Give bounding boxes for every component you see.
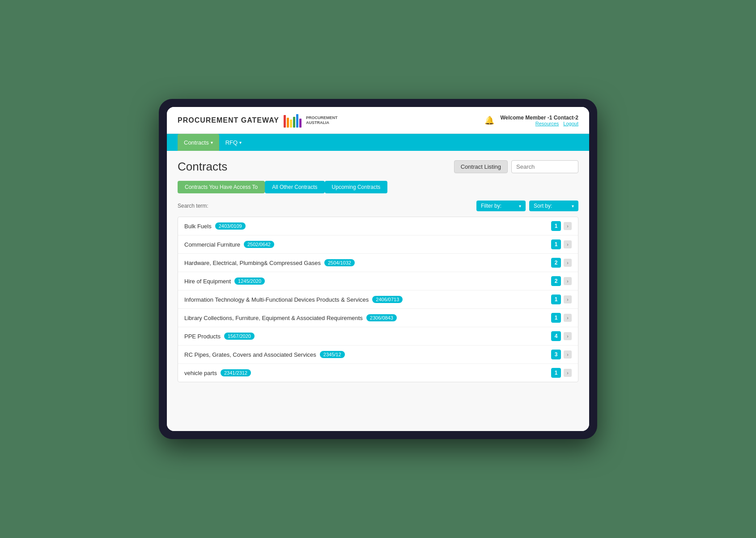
- chevron-icon: ▾: [239, 140, 242, 145]
- count-badge: 1: [551, 313, 561, 323]
- logo-bar: [299, 119, 302, 128]
- main-content: Contracts Contract Listing Contracts You…: [167, 151, 589, 431]
- contract-name: Hardware, Electrical, Plumbing& Compress…: [184, 260, 321, 266]
- chevron-icon: ▾: [211, 140, 213, 145]
- contract-item-right: 2›: [551, 258, 572, 268]
- header-left: PROCUREMENT GATEWAY PROCUREMENT AUSTRALI…: [178, 113, 338, 128]
- contract-name: Commercial Furniture: [184, 241, 240, 248]
- count-badge: 4: [551, 331, 561, 341]
- sort-by-select[interactable]: Sort by: ▾: [529, 201, 578, 211]
- contract-name: vehicle parts: [184, 370, 217, 376]
- logout-link[interactable]: Logout: [563, 121, 578, 126]
- tabs: Contracts You Have Access To All Other C…: [178, 181, 578, 193]
- logo-bar: [293, 117, 295, 128]
- header-right: 🔔 Welcome Member -1 Contact-2 Resources …: [484, 115, 579, 126]
- count-badge: 1: [551, 295, 561, 304]
- logo-text: PROCUREMENT AUSTRALIA: [306, 115, 338, 125]
- chevron-down-icon: ▾: [572, 204, 574, 209]
- contract-item-left: RC Pipes, Grates, Covers and Associated …: [184, 351, 345, 358]
- contract-name: Library Collections, Furniture, Equipmen…: [184, 315, 363, 321]
- contract-code-badge: 2406/0713: [372, 296, 403, 303]
- contract-code-badge: 2504/1032: [324, 259, 355, 266]
- contract-item[interactable]: Hardware, Electrical, Plumbing& Compress…: [178, 254, 578, 272]
- contract-item-right: 1›: [551, 239, 572, 249]
- expand-button[interactable]: ›: [564, 350, 572, 359]
- user-welcome: Welcome Member -1 Contact-2: [501, 115, 579, 121]
- contract-item-right: 2›: [551, 276, 572, 286]
- tab-upcoming[interactable]: Upcoming Contracts: [325, 181, 388, 193]
- contract-item-right: 1›: [551, 221, 572, 231]
- count-badge: 2: [551, 276, 561, 286]
- contract-item-right: 1›: [551, 368, 572, 378]
- logo-bars: [284, 113, 302, 128]
- contract-item-left: Information Technology & Multi-Functiona…: [184, 296, 403, 303]
- expand-button[interactable]: ›: [564, 240, 572, 248]
- contract-item-left: Commercial Furniture2502/0642: [184, 241, 274, 248]
- app-title: PROCUREMENT GATEWAY: [178, 116, 279, 124]
- contract-name: Hire of Equipment: [184, 278, 231, 285]
- filter-by-select[interactable]: Filter by: ▾: [476, 201, 526, 211]
- count-badge: 3: [551, 350, 561, 359]
- resources-link[interactable]: Resources: [535, 121, 559, 126]
- contract-item[interactable]: Bulk Fuels2403/01091›: [178, 217, 578, 235]
- contract-item[interactable]: RC Pipes, Grates, Covers and Associated …: [178, 346, 578, 364]
- contract-item-right: 4›: [551, 331, 572, 341]
- expand-button[interactable]: ›: [564, 369, 572, 377]
- expand-button[interactable]: ›: [564, 314, 572, 322]
- nav-item-rfq[interactable]: RFQ ▾: [219, 134, 248, 151]
- contract-item[interactable]: Hire of Equipment1245/20202›: [178, 272, 578, 290]
- contract-code-badge: 2502/0642: [244, 241, 274, 248]
- expand-button[interactable]: ›: [564, 277, 572, 285]
- expand-button[interactable]: ›: [564, 222, 572, 230]
- expand-button[interactable]: ›: [564, 332, 572, 340]
- logo-bar: [287, 118, 289, 128]
- contract-item[interactable]: Commercial Furniture2502/06421›: [178, 235, 578, 254]
- tablet-device: PROCUREMENT GATEWAY PROCUREMENT AUSTRALI…: [159, 99, 597, 439]
- contract-item-left: PPE Products1567/2020: [184, 333, 255, 340]
- nav-item-contracts[interactable]: Contracts ▾: [178, 134, 219, 151]
- logo-bar: [290, 120, 292, 128]
- count-badge: 2: [551, 258, 561, 268]
- contract-code-badge: 2403/0109: [215, 222, 246, 230]
- bell-icon[interactable]: 🔔: [484, 115, 494, 125]
- contract-item-left: Hardware, Electrical, Plumbing& Compress…: [184, 259, 355, 266]
- expand-button[interactable]: ›: [564, 259, 572, 267]
- tab-all-other[interactable]: All Other Contracts: [265, 181, 324, 193]
- navbar: Contracts ▾ RFQ ▾: [167, 134, 589, 151]
- header: PROCUREMENT GATEWAY PROCUREMENT AUSTRALI…: [167, 107, 589, 134]
- contract-item-right: 1›: [551, 295, 572, 304]
- count-badge: 1: [551, 221, 561, 231]
- count-badge: 1: [551, 239, 561, 249]
- contract-name: PPE Products: [184, 333, 221, 340]
- contract-item-left: Library Collections, Furniture, Equipmen…: [184, 314, 397, 321]
- chevron-down-icon: ▾: [519, 204, 521, 209]
- contract-name: Information Technology & Multi-Functiona…: [184, 296, 369, 303]
- contract-item-right: 1›: [551, 313, 572, 323]
- contract-code-badge: 2306/0843: [366, 314, 397, 321]
- search-input[interactable]: [511, 160, 578, 173]
- user-info: Welcome Member -1 Contact-2 Resources Lo…: [501, 115, 579, 126]
- tablet-screen: PROCUREMENT GATEWAY PROCUREMENT AUSTRALI…: [167, 107, 589, 431]
- filter-controls: Filter by: ▾ Sort by: ▾: [476, 201, 578, 211]
- filter-row: Search term: Filter by: ▾ Sort by: ▾: [178, 201, 578, 211]
- contract-item[interactable]: PPE Products1567/20204›: [178, 327, 578, 346]
- contract-item-left: vehicle parts2341/2312: [184, 369, 251, 376]
- contract-item[interactable]: vehicle parts2341/23121›: [178, 364, 578, 382]
- page-header: Contracts Contract Listing: [178, 160, 578, 174]
- tab-access[interactable]: Contracts You Have Access To: [178, 181, 265, 193]
- contract-item-left: Hire of Equipment1245/2020: [184, 278, 265, 285]
- page-header-right: Contract Listing: [454, 160, 578, 173]
- contract-item[interactable]: Information Technology & Multi-Functiona…: [178, 290, 578, 309]
- contract-name: RC Pipes, Grates, Covers and Associated …: [184, 351, 316, 358]
- contract-item[interactable]: Library Collections, Furniture, Equipmen…: [178, 309, 578, 327]
- expand-button[interactable]: ›: [564, 295, 572, 303]
- contract-item-right: 3›: [551, 350, 572, 359]
- user-links: Resources Logout: [501, 121, 579, 126]
- page-title: Contracts: [178, 160, 227, 174]
- contract-list: Bulk Fuels2403/01091›Commercial Furnitur…: [178, 217, 578, 382]
- contract-code-badge: 1245/2020: [234, 278, 265, 285]
- logo-bar: [284, 115, 286, 128]
- contract-listing-button[interactable]: Contract Listing: [454, 160, 508, 173]
- contract-code-badge: 1567/2020: [224, 333, 255, 340]
- count-badge: 1: [551, 368, 561, 378]
